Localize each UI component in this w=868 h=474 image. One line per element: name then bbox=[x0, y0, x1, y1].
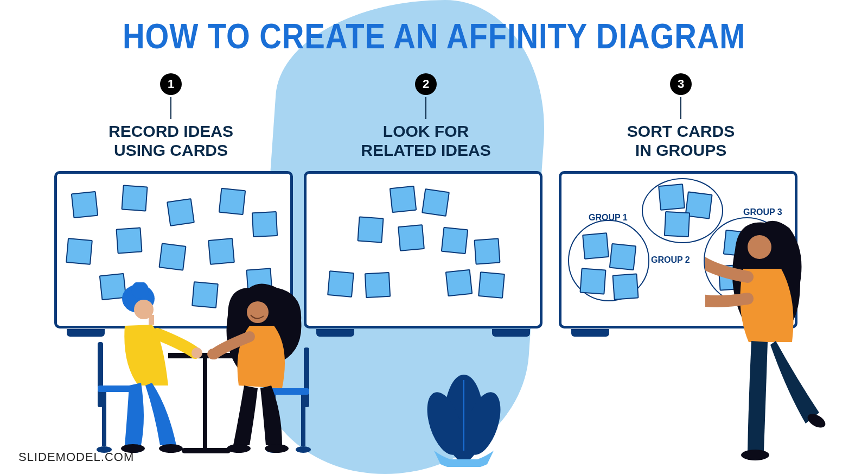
step-1-line2: USING CARDS bbox=[114, 141, 228, 159]
sticky-card bbox=[66, 238, 93, 265]
sticky-card bbox=[219, 188, 246, 216]
svg-point-27 bbox=[207, 349, 218, 359]
sticky-card bbox=[158, 243, 186, 270]
sticky-card bbox=[422, 188, 450, 217]
plant-illustration bbox=[418, 358, 510, 469]
group-1-label: GROUP 1 bbox=[589, 213, 628, 223]
step-1-line1: RECORD IDEAS bbox=[108, 122, 233, 140]
svg-rect-16 bbox=[149, 315, 154, 325]
people-at-table-illustration bbox=[87, 282, 326, 469]
sticky-card bbox=[474, 238, 500, 264]
board-2 bbox=[304, 171, 542, 328]
sticky-card bbox=[441, 227, 469, 255]
sticky-card bbox=[664, 211, 690, 237]
sticky-card bbox=[357, 216, 384, 243]
sticky-card bbox=[398, 224, 425, 251]
woman-placing-card-illustration bbox=[705, 217, 835, 469]
sticky-card bbox=[71, 191, 99, 219]
sticky-card bbox=[116, 227, 142, 254]
dotted-connector bbox=[680, 97, 681, 119]
svg-rect-5 bbox=[203, 358, 207, 451]
svg-point-26 bbox=[247, 301, 269, 323]
svg-rect-3 bbox=[443, 459, 485, 466]
dotted-connector bbox=[170, 97, 171, 119]
sticky-card bbox=[658, 184, 685, 211]
sticky-card bbox=[579, 268, 606, 294]
sticky-card bbox=[208, 238, 235, 265]
sticky-card bbox=[252, 211, 278, 237]
step-1-header: 1 RECORD IDEAS USING CARDS bbox=[43, 73, 298, 160]
sticky-card bbox=[327, 270, 354, 298]
step-3-line2: IN GROUPS bbox=[635, 141, 726, 159]
svg-rect-23 bbox=[301, 395, 305, 446]
sticky-card bbox=[121, 185, 148, 211]
step-1-title: RECORD IDEAS USING CARDS bbox=[43, 122, 298, 160]
svg-rect-9 bbox=[102, 392, 106, 446]
sticky-card bbox=[167, 198, 195, 226]
sticky-card bbox=[365, 272, 391, 298]
step-2-line1: LOOK FOR bbox=[383, 122, 469, 140]
svg-point-25 bbox=[296, 446, 311, 453]
footer-credit: SLIDEMODEL.COM bbox=[18, 450, 134, 464]
step-badge-2: 2 bbox=[415, 73, 437, 95]
svg-rect-6 bbox=[182, 448, 231, 453]
step-2-line2: RELATED IDEAS bbox=[361, 141, 490, 159]
sticky-card bbox=[478, 271, 505, 299]
step-3-line1: SORT CARDS bbox=[627, 122, 735, 140]
svg-point-18 bbox=[159, 444, 183, 453]
step-badge-1: 1 bbox=[160, 73, 182, 95]
group-2-label: GROUP 2 bbox=[651, 255, 690, 265]
sticky-card bbox=[609, 243, 637, 271]
svg-point-19 bbox=[192, 347, 202, 358]
sticky-card bbox=[445, 269, 473, 297]
step-2-header: 2 LOOK FOR RELATED IDEAS bbox=[298, 73, 553, 160]
group-3-label: GROUP 3 bbox=[743, 207, 782, 217]
svg-point-29 bbox=[265, 444, 289, 453]
svg-point-30 bbox=[748, 235, 771, 259]
svg-point-28 bbox=[227, 444, 251, 453]
svg-point-31 bbox=[741, 450, 769, 460]
step-3-title: SORT CARDS IN GROUPS bbox=[553, 122, 808, 160]
step-2-title: LOOK FOR RELATED IDEAS bbox=[298, 122, 553, 160]
step-3-header: 3 SORT CARDS IN GROUPS bbox=[553, 73, 808, 160]
main-title: HOW TO CREATE AN AFFINITY DIAGRAM bbox=[52, 16, 816, 56]
sticky-card bbox=[612, 273, 639, 300]
step-badge-3: 3 bbox=[670, 73, 692, 95]
sticky-card bbox=[390, 186, 417, 213]
dotted-connector bbox=[425, 97, 426, 119]
sticky-card bbox=[582, 232, 609, 260]
